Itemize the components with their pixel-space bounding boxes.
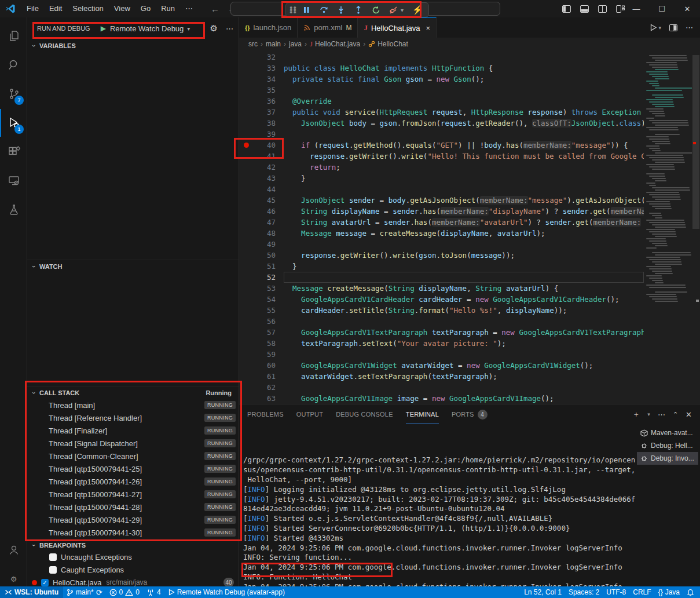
tab-output[interactable]: OUTPUT — [296, 404, 323, 424]
line-gutter[interactable]: 34 — [239, 74, 284, 85]
menu-item[interactable]: File — [21, 2, 44, 15]
breadcrumb-src[interactable]: src — [248, 40, 258, 48]
caught-exceptions-checkbox[interactable] — [49, 566, 57, 574]
code-line[interactable]: 36 @Override — [239, 96, 644, 107]
terminal-output[interactable]: /grpc/grpc-context/1.27.2/grpc-context-1… — [243, 426, 635, 586]
code-line[interactable]: 52 — [239, 272, 644, 283]
line-gutter[interactable]: 43 — [239, 173, 284, 184]
toggle-sidebar-icon[interactable] — [562, 5, 571, 13]
code-line[interactable]: 34 private static final Gson gson = new … — [239, 74, 644, 85]
thread-row[interactable]: Thread [Common-Cleaner] RUNNING — [27, 450, 239, 462]
code-line[interactable]: 51 } — [239, 261, 644, 272]
session-maven[interactable]: Maven-avat... — [637, 426, 698, 439]
editor-scrollbar[interactable] — [692, 50, 700, 404]
code-line[interactable]: 48 Message message = createMessage(displ… — [239, 228, 644, 239]
step-out-button[interactable] — [351, 3, 366, 16]
line-gutter[interactable]: 57 — [239, 327, 284, 338]
minimap[interactable] — [644, 50, 692, 404]
extensions-icon[interactable] — [0, 138, 27, 166]
code-line[interactable]: 40 if (request.getMethod().equals("GET")… — [239, 140, 644, 151]
line-gutter[interactable]: 56 — [239, 316, 284, 327]
language-indicator[interactable]: {}Java — [655, 586, 683, 598]
uncaught-exceptions-checkbox[interactable] — [49, 553, 57, 561]
notifications-bell-icon[interactable] — [683, 586, 700, 598]
split-editor-icon[interactable] — [669, 24, 677, 31]
account-icon[interactable] — [0, 536, 27, 564]
code-line[interactable]: 46 String displayName = sender.has(membe… — [239, 206, 644, 217]
session-debug-invoker[interactable]: Debug: Invo... — [637, 452, 698, 465]
line-gutter[interactable]: 32 — [239, 52, 284, 63]
explorer-icon[interactable] — [0, 22, 27, 50]
code-line[interactable]: 63 GoogleAppsCardV1Image image = new Goo… — [239, 393, 644, 404]
line-gutter[interactable]: 35 — [239, 85, 284, 96]
close-tab-icon[interactable]: × — [426, 24, 431, 32]
thread-row[interactable]: Thread [qtp1500079441-26] RUNNING — [27, 475, 239, 488]
watch-section-header[interactable]: › WATCH — [27, 260, 239, 272]
line-gutter[interactable]: 41 — [239, 151, 284, 162]
code-editor[interactable]: 32 33 public class HelloChat implements … — [239, 50, 700, 404]
close-panel-icon[interactable]: ✕ — [686, 410, 692, 419]
code-line[interactable]: 33 public class HelloChat implements Htt… — [239, 63, 644, 74]
call-stack-section-header[interactable]: › CALL STACK Running — [27, 386, 239, 399]
line-gutter[interactable]: 37 — [239, 107, 284, 118]
line-gutter[interactable]: 62 — [239, 382, 284, 393]
breadcrumb-symbol[interactable]: HelloChat — [368, 40, 408, 48]
thread-row[interactable]: Thread [Finalizer] RUNNING — [27, 424, 239, 437]
menu-item[interactable]: Go — [135, 2, 156, 15]
disconnect-button[interactable] — [386, 3, 401, 16]
line-gutter[interactable]: 46 — [239, 206, 284, 217]
git-branch-indicator[interactable]: main* ⟳ — [63, 586, 106, 598]
forwarded-ports-indicator[interactable]: 4 — [143, 586, 164, 598]
line-gutter[interactable]: 54 — [239, 294, 284, 305]
new-terminal-icon[interactable]: ＋ — [632, 409, 640, 420]
line-gutter[interactable]: 58 — [239, 338, 284, 349]
line-gutter[interactable]: 44 — [239, 184, 284, 195]
editor-more-actions-icon[interactable]: ⋯ — [686, 23, 693, 32]
file-breakpoint-checkbox[interactable]: ✓ — [41, 579, 49, 586]
code-line[interactable]: 55 cardHeader.setTitle(String.format("He… — [239, 305, 644, 316]
line-gutter[interactable]: 40 — [239, 140, 284, 151]
code-line[interactable]: 53 Message createMessage(String displayN… — [239, 283, 644, 294]
code-line[interactable]: 62 — [239, 382, 644, 393]
maximize-button[interactable]: ☐ — [649, 0, 675, 17]
thread-row[interactable]: Thread [qtp1500079441-25] RUNNING — [27, 462, 239, 475]
line-gutter[interactable]: 61 — [239, 371, 284, 382]
tab-terminal[interactable]: TERMINAL — [406, 404, 439, 424]
code-line[interactable]: 56 — [239, 316, 644, 327]
line-gutter[interactable]: 47 — [239, 217, 284, 228]
tab-ports[interactable]: PORTS4 — [452, 404, 488, 424]
line-gutter[interactable]: 52 — [239, 272, 284, 283]
pause-button[interactable] — [299, 3, 314, 16]
line-gutter[interactable]: 48 — [239, 228, 284, 239]
code-line[interactable]: 45 JsonObject sender = body.getAsJsonObj… — [239, 195, 644, 206]
breakpoints-section-header[interactable]: › BREAKPOINTS — [27, 539, 239, 550]
thread-row[interactable]: Thread [main] RUNNING — [27, 399, 239, 411]
thread-row[interactable]: Thread [Signal Dispatcher] RUNNING — [27, 437, 239, 450]
line-gutter[interactable]: 45 — [239, 195, 284, 206]
line-gutter[interactable]: 33 — [239, 63, 284, 74]
debug-config-dropdown[interactable]: Remote Watch Debug — [110, 24, 184, 33]
line-gutter[interactable]: 42 — [239, 162, 284, 173]
step-over-button[interactable] — [316, 3, 331, 16]
restart-button[interactable] — [368, 3, 383, 16]
eol-indicator[interactable]: CRLF — [629, 586, 654, 598]
indentation-indicator[interactable]: Spaces: 2 — [565, 586, 603, 598]
minimize-button[interactable]: — — [624, 0, 649, 17]
line-gutter[interactable]: 39 — [239, 129, 284, 140]
tab-hellochat-java[interactable]: J HelloChat.java × — [358, 17, 437, 38]
breakpoint-row-uncaught[interactable]: Uncaught Exceptions — [27, 550, 239, 563]
line-gutter[interactable]: 59 — [239, 349, 284, 360]
breadcrumb-main[interactable]: main — [266, 40, 281, 48]
tab-pom-xml[interactable]: pom.xml M — [298, 17, 358, 38]
session-debug-hello[interactable]: Debug: Hell... — [637, 439, 698, 452]
search-icon[interactable] — [0, 51, 27, 79]
menu-item[interactable]: Edit — [44, 2, 67, 15]
breadcrumb-file[interactable]: JHelloChat.java — [310, 39, 360, 49]
remote-explorer-icon[interactable] — [0, 167, 27, 195]
code-line[interactable]: 42 return; — [239, 162, 644, 173]
code-line[interactable]: 61 avatarWidget.setTextParagraph(textPar… — [239, 371, 644, 382]
disconnect-dropdown-icon[interactable]: ▾ — [401, 7, 408, 13]
debug-session-indicator[interactable]: Remote Watch Debug (avatar-app) — [164, 586, 288, 598]
testing-icon[interactable] — [0, 196, 27, 224]
close-window-button[interactable]: ✕ — [675, 0, 700, 17]
